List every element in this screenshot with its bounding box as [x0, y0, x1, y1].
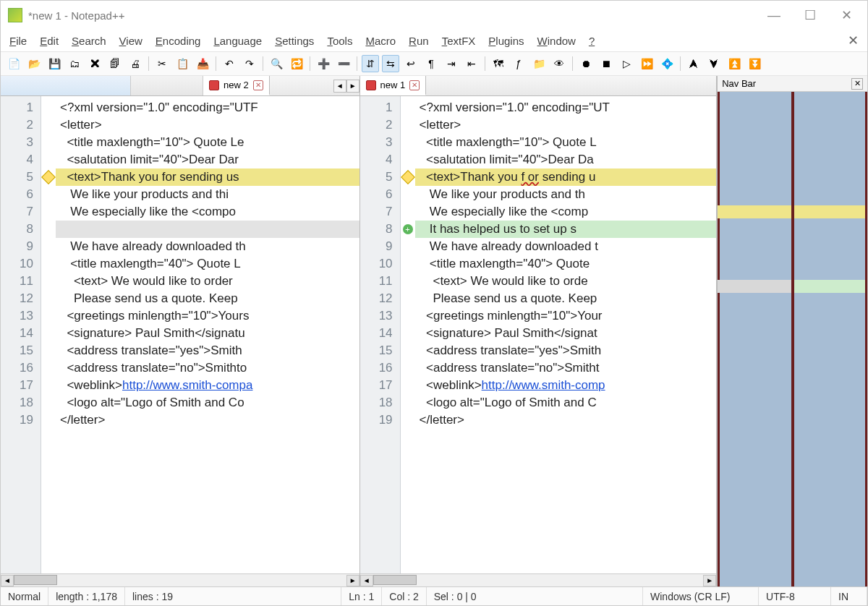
- code-line[interactable]: <text>Thank you for sending us: [56, 168, 359, 186]
- tab-close-icon[interactable]: ✕: [253, 80, 263, 90]
- weblink[interactable]: http://www.smith-comp: [482, 378, 605, 392]
- code-line[interactable]: We have already downloaded th: [56, 238, 359, 255]
- nav-diff-mark[interactable]: [718, 205, 791, 218]
- code-line[interactable]: <letter>: [415, 116, 717, 134]
- save-icon[interactable]: 💾: [46, 55, 63, 72]
- zoom-out-icon[interactable]: ➖: [335, 55, 352, 72]
- minimize-button[interactable]: —: [765, 6, 783, 25]
- menu-view[interactable]: View: [115, 33, 147, 48]
- play-icon[interactable]: ▷: [618, 55, 635, 72]
- paste-icon[interactable]: 📥: [194, 55, 211, 72]
- menu-language[interactable]: Language: [209, 33, 266, 48]
- code-line[interactable]: <address translate="no">Smithto: [56, 359, 359, 377]
- tab-new-2[interactable]: new 2 ✕: [203, 76, 270, 95]
- undo-icon[interactable]: ↶: [221, 55, 238, 72]
- code-line[interactable]: It has helped us to set up s: [415, 221, 717, 238]
- menu-encoding[interactable]: Encoding: [151, 33, 205, 48]
- menu-help[interactable]: ?: [584, 33, 599, 48]
- nav-bar-close-icon[interactable]: ✕: [851, 78, 863, 90]
- nav-col-right[interactable]: [794, 92, 867, 586]
- code-line[interactable]: <weblink>http://www.smith-compa: [56, 377, 359, 394]
- code-line[interactable]: <signature> Paul Smith</signatu: [56, 325, 359, 342]
- compare-prev-icon[interactable]: ⮝: [685, 55, 702, 72]
- code-line[interactable]: <text>Thank you f or sending u: [415, 168, 717, 186]
- code-area[interactable]: <?xml version="1.0" encoding="UT<letter>…: [415, 96, 717, 573]
- redo-icon[interactable]: ↷: [241, 55, 258, 72]
- code-line[interactable]: <logo alt="Logo of Smith and Co: [56, 394, 359, 411]
- print-icon[interactable]: 🖨: [127, 55, 144, 72]
- nav-diff-mark[interactable]: [794, 205, 867, 218]
- code-line[interactable]: <letter>: [56, 116, 359, 134]
- code-line[interactable]: <?xml version="1.0" encoding="UTF: [56, 99, 359, 116]
- close-button[interactable]: ✕: [837, 6, 856, 25]
- code-line[interactable]: <title maxlength="40"> Quote: [415, 255, 717, 273]
- func-list-icon[interactable]: ƒ: [510, 55, 527, 72]
- code-line[interactable]: [56, 221, 359, 238]
- word-wrap-icon[interactable]: ↩: [402, 55, 420, 72]
- code-area[interactable]: <?xml version="1.0" encoding="UTF<letter…: [56, 96, 359, 573]
- code-line[interactable]: <title maxlength="10"> Quote Le: [56, 134, 359, 151]
- code-line[interactable]: <signature> Paul Smith</signat: [415, 325, 717, 342]
- nav-diff-mark[interactable]: [718, 280, 791, 293]
- code-line[interactable]: We like your products and th: [415, 186, 717, 203]
- outdent-icon[interactable]: ⇤: [463, 55, 480, 72]
- right-editor[interactable]: 12345678910111213141516171819 + <?xml ve…: [360, 96, 717, 573]
- code-line[interactable]: <title maxlength="10"> Quote L: [415, 134, 717, 151]
- code-line[interactable]: We have already downloaded t: [415, 238, 717, 255]
- left-editor[interactable]: 12345678910111213141516171819 <?xml vers…: [1, 96, 359, 573]
- stop-icon[interactable]: ⏹: [597, 55, 615, 72]
- maximize-button[interactable]: ☐: [801, 6, 820, 25]
- scroll-right-icon[interactable]: ►: [346, 575, 359, 586]
- find-icon[interactable]: 🔍: [268, 55, 285, 72]
- scroll-thumb[interactable]: [14, 575, 57, 585]
- menu-plugins[interactable]: Plugins: [484, 33, 528, 48]
- nav-diff-mark[interactable]: [794, 280, 867, 293]
- sync-v-icon[interactable]: ⇵: [362, 55, 379, 72]
- code-line[interactable]: <address translate="yes">Smith: [56, 342, 359, 359]
- menu-tools[interactable]: Tools: [323, 33, 357, 48]
- menu-file[interactable]: File: [5, 33, 31, 48]
- show-all-icon[interactable]: ¶: [422, 55, 440, 72]
- menu-search[interactable]: Search: [67, 33, 111, 48]
- code-line[interactable]: We like your products and thi: [56, 186, 359, 203]
- code-line[interactable]: <logo alt="Logo of Smith and C: [415, 394, 717, 411]
- code-line[interactable]: <salutation limit="40">Dear Dar: [56, 151, 359, 168]
- menubar-close-x[interactable]: ✕: [843, 33, 863, 48]
- code-line[interactable]: <weblink>http://www.smith-comp: [415, 377, 717, 394]
- nav-col-left[interactable]: [718, 92, 791, 586]
- menu-window[interactable]: Window: [533, 33, 580, 48]
- tab-close-icon[interactable]: ✕: [409, 80, 420, 90]
- code-line[interactable]: </letter>: [415, 411, 717, 429]
- code-line[interactable]: <salutation limit="40">Dear Da: [415, 151, 717, 168]
- code-line[interactable]: <title maxlength="40"> Quote L: [56, 255, 359, 273]
- save-macro-icon[interactable]: 💠: [658, 55, 676, 72]
- zoom-in-icon[interactable]: ➕: [315, 55, 332, 72]
- doc-map-icon[interactable]: 🗺: [490, 55, 507, 72]
- open-file-icon[interactable]: 📂: [25, 55, 43, 72]
- scroll-right-icon[interactable]: ►: [703, 575, 716, 586]
- close-icon[interactable]: 🗙: [86, 55, 103, 72]
- cut-icon[interactable]: ✂: [153, 55, 171, 72]
- code-line[interactable]: Please send us a quote. Keep: [415, 290, 717, 307]
- tab-new-1[interactable]: new 1 ✕: [360, 76, 427, 95]
- code-line[interactable]: <address translate="yes">Smith: [415, 342, 717, 359]
- code-line[interactable]: <address translate="no">Smitht: [415, 359, 717, 377]
- menu-run[interactable]: Run: [404, 33, 433, 48]
- copy-icon[interactable]: 📋: [174, 55, 191, 72]
- indent-icon[interactable]: ⇥: [443, 55, 460, 72]
- record-icon[interactable]: ⏺: [577, 55, 595, 72]
- scroll-left-icon[interactable]: ◄: [360, 575, 373, 586]
- scroll-track[interactable]: [14, 575, 346, 586]
- menu-textfx[interactable]: TextFX: [438, 33, 480, 48]
- compare-last-icon[interactable]: ⏬: [746, 55, 763, 72]
- inactive-tab[interactable]: [1, 76, 131, 95]
- save-all-icon[interactable]: 🗂: [66, 55, 83, 72]
- code-line[interactable]: <?xml version="1.0" encoding="UT: [415, 99, 717, 116]
- code-line[interactable]: <text> We would like to orde: [415, 273, 717, 290]
- code-line[interactable]: We especially like the <comp: [415, 203, 717, 221]
- h-scrollbar[interactable]: ◄ ►: [1, 573, 359, 586]
- code-line[interactable]: <text> We would like to order: [56, 273, 359, 290]
- close-all-icon[interactable]: 🗐: [106, 55, 124, 72]
- menu-settings[interactable]: Settings: [271, 33, 318, 48]
- weblink[interactable]: http://www.smith-compa: [122, 378, 252, 392]
